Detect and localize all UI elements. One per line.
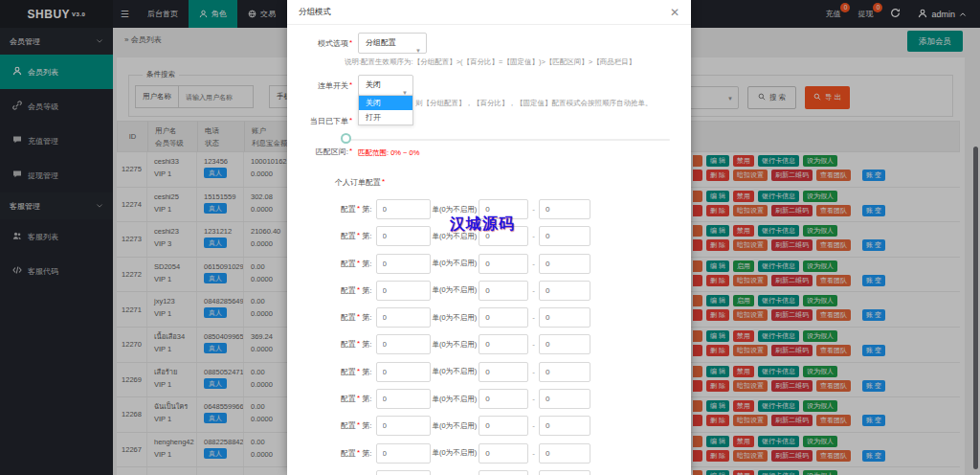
chain-switch-label: 连单开关* (297, 80, 352, 91)
config-max-input[interactable] (539, 416, 590, 436)
match-range-row: 匹配区间:* 匹配范围: 0% ~ 0% (297, 147, 679, 158)
option-open[interactable]: 打开 (359, 110, 412, 124)
chain-select-value: 关闭 (366, 80, 381, 89)
range-dash: - (532, 368, 535, 376)
required-asterisk: * (357, 367, 360, 375)
config-max-input[interactable] (539, 470, 590, 475)
config-unit-label: 单(0为不启用) (433, 259, 478, 268)
modal-header: 分组模式 ✕ (287, 0, 691, 25)
slider-track (346, 139, 670, 141)
config-unit-label: 单(0为不启用) (433, 395, 478, 404)
config-count-input[interactable] (376, 307, 431, 328)
config-max-input[interactable] (539, 389, 590, 409)
config-min-input[interactable] (479, 334, 528, 354)
config-count-input[interactable] (376, 254, 431, 274)
config-min-input[interactable] (479, 389, 528, 409)
config-min-input[interactable] (479, 254, 528, 274)
slider-handle[interactable] (341, 133, 351, 144)
required-asterisk: * (349, 147, 352, 155)
chain-select-dropdown: 关闭 打开 (358, 95, 413, 125)
order-config-row: 配置* 第: 单(0为不启用) - (341, 470, 679, 475)
required-asterisk: * (357, 339, 360, 348)
personal-config-label: 个人订单配置* (297, 177, 385, 188)
required-asterisk: * (357, 420, 360, 429)
match-range-slider (297, 132, 679, 147)
match-range-label: 匹配区间:* (297, 147, 352, 157)
config-label: 配置* 第: (341, 312, 372, 323)
config-min-input[interactable] (479, 362, 528, 382)
match-range-value: 匹配范围: 0% ~ 0% (358, 148, 419, 158)
config-count-input[interactable] (376, 226, 431, 246)
required-asterisk: * (357, 312, 360, 321)
option-close[interactable]: 关闭 (359, 96, 412, 110)
config-label: 配置* 第: (341, 231, 372, 241)
today-orders-label: 当日已下单* (297, 116, 352, 126)
range-dash: - (532, 286, 535, 295)
config-count-input[interactable] (376, 199, 431, 219)
config-count-input[interactable] (376, 281, 431, 301)
app-root: SHBUYV3.0 ☰ 后台首页 角色 交易 充值 0 提现 0 (0, 0, 980, 475)
modal-body: 模式选项* 分组配置 ▼ 说明:配置生效顺序为:【分组配置】>(【百分比】=【固… (287, 25, 691, 475)
required-asterisk: * (349, 38, 352, 47)
order-config-list: 配置* 第: 单(0为不启用) - 配置* 第: 单(0为不启用) - 配置* … (297, 199, 679, 475)
order-config-row: 配置* 第: 单(0为不启用) - (341, 416, 679, 436)
range-dash: - (532, 260, 535, 268)
required-asterisk: * (349, 80, 352, 89)
config-min-input[interactable] (479, 307, 528, 328)
order-config-row: 配置* 第: 单(0为不启用) - (341, 389, 679, 409)
config-count-input[interactable] (376, 362, 431, 382)
range-dash: - (532, 313, 535, 322)
config-label: 配置* 第: (341, 339, 372, 350)
required-asterisk: * (357, 231, 360, 239)
config-count-input[interactable] (376, 416, 431, 436)
config-max-input[interactable] (539, 334, 590, 354)
config-max-input[interactable] (539, 199, 590, 219)
config-label: 配置* 第: (341, 259, 372, 269)
required-asterisk: * (349, 116, 352, 124)
chain-select[interactable]: 关闭 ▼ (358, 75, 413, 96)
order-config-row: 配置* 第: 单(0为不启用) - (341, 334, 679, 354)
chain-switch-row: 连单开关* 关闭 ▼ 关闭 打开 (297, 75, 679, 96)
mode-help-text: 说明:配置生效顺序为:【分组配置】>(【百分比】=【固定值】)>【匹配区间】>【… (345, 57, 679, 67)
config-max-input[interactable] (539, 443, 590, 464)
order-config-row: 配置* 第: 单(0为不启用) - (341, 254, 679, 274)
required-asterisk: * (357, 204, 360, 213)
config-unit-label: 单(0为不启用) (433, 367, 478, 376)
order-config-row: 配置* 第: 单(0为不启用) - (341, 362, 679, 382)
required-asterisk: * (357, 259, 360, 267)
config-count-input[interactable] (376, 389, 431, 409)
config-count-input[interactable] (376, 470, 431, 475)
config-unit-label: 单(0为不启用) (433, 285, 478, 295)
range-dash: - (532, 340, 535, 349)
config-max-input[interactable] (539, 362, 590, 382)
config-count-input[interactable] (376, 334, 431, 354)
order-config-row: 配置* 第: 单(0为不启用) - (341, 281, 679, 301)
config-count-input[interactable] (376, 443, 431, 464)
mode-option-label: 模式选项* (297, 38, 352, 49)
order-config-row: 配置* 第: 单(0为不启用) - (341, 307, 679, 328)
config-max-input[interactable] (539, 254, 590, 274)
config-unit-label: 单(0为不启用) (433, 313, 478, 323)
required-asterisk: * (382, 177, 385, 186)
config-min-input[interactable] (479, 416, 528, 436)
config-min-input[interactable] (479, 470, 528, 475)
config-min-input[interactable] (479, 281, 528, 301)
required-asterisk: * (357, 394, 360, 402)
config-unit-label: 单(0为不启用) (433, 448, 478, 458)
modal-title: 分组模式 (299, 7, 331, 18)
close-icon[interactable]: ✕ (670, 7, 679, 18)
mode-select[interactable]: 分组配置 ▼ (358, 33, 427, 54)
order-config-row: 配置* 第: 单(0为不启用) - (341, 443, 679, 464)
range-dash: - (532, 395, 535, 403)
config-max-input[interactable] (539, 226, 590, 246)
required-asterisk: * (357, 448, 360, 457)
config-unit-label: 单(0为不启用) (433, 205, 478, 215)
range-dash: - (532, 421, 535, 430)
range-dash: - (532, 232, 535, 240)
group-mode-modal: 分组模式 ✕ 模式选项* 分组配置 ▼ 说明:配置生效顺序为:【分组配置】>(【… (287, 0, 691, 475)
caret-down-icon: ▼ (415, 41, 421, 60)
config-max-input[interactable] (539, 281, 590, 301)
config-label: 配置* 第: (341, 367, 372, 377)
config-max-input[interactable] (539, 307, 590, 328)
config-min-input[interactable] (479, 443, 528, 464)
